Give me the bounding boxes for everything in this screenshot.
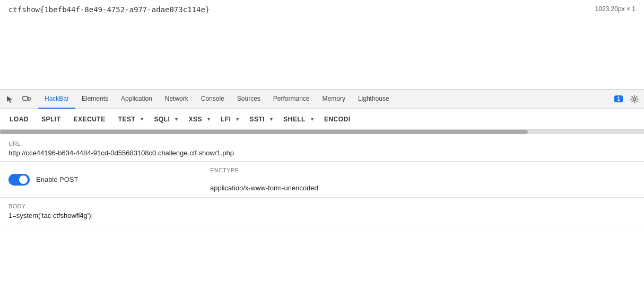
shell-dropdown: SHELL ▾: [278, 113, 317, 125]
url-label: URL: [8, 140, 636, 147]
sqli-dropdown-arrow[interactable]: ▾: [172, 114, 181, 124]
body-value[interactable]: 1=system('tac ctfshowfl4g');: [8, 212, 636, 219]
enctype-value[interactable]: application/x-www-form-urlencoded: [210, 175, 636, 192]
tab-memory[interactable]: Memory: [316, 90, 352, 109]
devtools-panel: HackBar Elements Application Network Con…: [0, 89, 644, 308]
enctype-label: enctype: [210, 167, 636, 173]
settings-icon[interactable]: [627, 92, 642, 107]
ssti-dropdown: SSTI ▾: [244, 113, 276, 125]
svg-rect-1: [28, 98, 30, 100]
tab-network[interactable]: Network: [159, 90, 195, 109]
encodi-dropdown-label[interactable]: ENCODI: [319, 113, 353, 125]
body-label: Body: [8, 203, 636, 209]
scrollbar-thumb[interactable]: [0, 130, 528, 134]
tab-application[interactable]: Application: [115, 90, 159, 109]
inspect-element-icon[interactable]: [2, 92, 17, 107]
execute-button[interactable]: EXECUTE: [68, 113, 111, 125]
tab-console[interactable]: Console: [195, 90, 231, 109]
svg-point-2: [633, 98, 636, 100]
tab-bar-right: 1: [614, 92, 642, 107]
page-dimensions: 1023.20px × 1: [595, 5, 636, 13]
lfi-dropdown-arrow[interactable]: ▾: [233, 114, 242, 124]
hackbar-toolbar: LOAD SPLIT EXECUTE TEST ▾ SQLI ▾ XSS ▾ L…: [0, 109, 644, 130]
tab-hackbar[interactable]: HackBar: [38, 90, 75, 109]
xss-dropdown-label[interactable]: XSS: [183, 113, 204, 125]
tab-sources[interactable]: Sources: [231, 90, 267, 109]
enable-post-label: Enable POST: [36, 175, 79, 183]
horizontal-scrollbar[interactable]: [0, 130, 644, 134]
devtools-icon-buttons: [2, 92, 34, 107]
devtools-tab-bar: HackBar Elements Application Network Con…: [0, 90, 644, 109]
device-toggle-icon[interactable]: [19, 92, 34, 107]
test-dropdown-label[interactable]: TEST: [113, 113, 138, 125]
xss-dropdown: XSS ▾: [183, 113, 213, 125]
enable-post-toggle[interactable]: [8, 174, 30, 186]
body-section: Body 1=system('tac ctfshowfl4g');: [0, 198, 644, 225]
split-button[interactable]: SPLIT: [36, 113, 66, 125]
load-button[interactable]: LOAD: [4, 113, 34, 125]
shell-dropdown-label[interactable]: SHELL: [278, 113, 308, 125]
sqli-dropdown-label[interactable]: SQLI: [149, 113, 172, 125]
tab-performance[interactable]: Performance: [267, 90, 316, 109]
xss-dropdown-arrow[interactable]: ▾: [204, 114, 213, 124]
enctype-area: enctype application/x-www-form-urlencode…: [210, 167, 636, 192]
lfi-dropdown-label[interactable]: LFI: [215, 113, 233, 125]
hackbar-content: URL http://cce44196-b634-4484-91cd-0d556…: [0, 134, 644, 308]
middle-section: Enable POST enctype application/x-www-fo…: [0, 162, 644, 198]
test-dropdown: TEST ▾: [113, 113, 147, 125]
test-dropdown-arrow[interactable]: ▾: [137, 114, 146, 124]
post-toggle-area: Enable POST: [8, 167, 210, 192]
tab-lighthouse[interactable]: Lighthouse: [352, 90, 396, 109]
url-section: URL http://cce44196-b634-4484-91cd-0d556…: [0, 134, 644, 162]
browser-viewport: ctfshow{1befb44f-8e49-4752-a977-adae073c…: [0, 0, 644, 89]
sqli-dropdown: SQLI ▾: [149, 113, 181, 125]
ssti-dropdown-arrow[interactable]: ▾: [267, 114, 276, 124]
tab-elements[interactable]: Elements: [75, 90, 115, 109]
notification-badge: 1: [614, 95, 623, 102]
toggle-slider: [8, 174, 30, 186]
ssti-dropdown-label[interactable]: SSTI: [244, 113, 267, 125]
encodi-dropdown: ENCODI: [319, 113, 353, 125]
page-text: ctfshow{1befb44f-8e49-4752-a977-adae073c…: [8, 5, 210, 14]
lfi-dropdown: LFI ▾: [215, 113, 242, 125]
svg-rect-0: [23, 96, 28, 100]
url-value[interactable]: http://cce44196-b634-4484-91cd-0d5568310…: [8, 149, 636, 157]
shell-dropdown-arrow[interactable]: ▾: [308, 114, 317, 124]
